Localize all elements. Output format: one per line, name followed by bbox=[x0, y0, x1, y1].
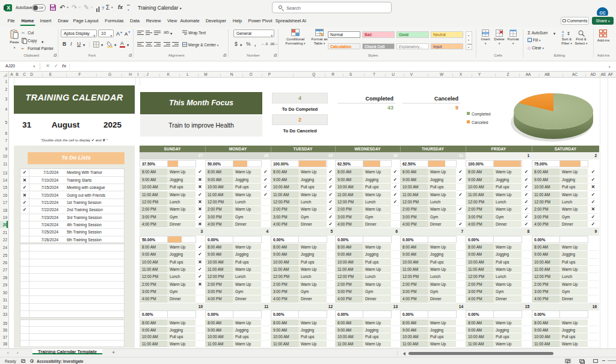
schedule-status-cell[interactable]: ✓ bbox=[588, 214, 599, 221]
schedule-status-cell[interactable] bbox=[391, 221, 399, 228]
todo-date-cell[interactable] bbox=[29, 327, 63, 334]
style-neutral[interactable]: Neutral bbox=[431, 31, 463, 38]
add-sheet-button[interactable]: + bbox=[112, 350, 115, 356]
schedule-status-cell[interactable]: ✓ bbox=[327, 184, 334, 191]
schedule-time-cell[interactable]: 11:00 AM bbox=[205, 341, 233, 348]
schedule-activity-cell[interactable]: Gym bbox=[493, 288, 522, 295]
schedule-time-cell[interactable]: 2:00 PM bbox=[140, 206, 167, 213]
schedule-activity-cell[interactable]: Jogging bbox=[167, 327, 196, 334]
schedule-status-cell[interactable] bbox=[391, 259, 399, 266]
progress-bar-cell[interactable] bbox=[560, 310, 588, 318]
pie-chart[interactable] bbox=[508, 88, 611, 152]
schedule-activity-cell[interactable]: Dinner bbox=[428, 295, 456, 303]
column-header-AB[interactable]: AB bbox=[544, 72, 550, 76]
schedule-activity-cell[interactable]: Pull ups bbox=[363, 184, 391, 191]
schedule-status-cell[interactable]: ✓ bbox=[391, 168, 399, 176]
column-header-N[interactable]: N bbox=[230, 72, 233, 76]
schedule-activity-cell[interactable]: Dinner bbox=[493, 295, 522, 303]
schedule-status-cell[interactable]: ✓ bbox=[261, 191, 270, 199]
schedule-time-cell[interactable]: 10:00 AM bbox=[335, 259, 363, 266]
progress-percent-cell[interactable]: 50.00% bbox=[205, 160, 233, 168]
schedule-status-cell[interactable] bbox=[588, 341, 599, 348]
schedule-activity-cell[interactable]: Jogging bbox=[298, 327, 327, 334]
todo-row[interactable]: ✓7/1/2024Meeting With Trainor bbox=[20, 169, 124, 176]
schedule-activity-cell[interactable]: Warm Up bbox=[233, 191, 261, 199]
schedule-status-cell[interactable] bbox=[456, 327, 465, 334]
schedule-time-cell[interactable]: 9:00 AM bbox=[335, 327, 363, 334]
schedule-time-cell[interactable]: 8:00 AM bbox=[205, 244, 233, 251]
schedule-time-cell[interactable]: 9:00 AM bbox=[400, 251, 428, 258]
schedule-status-cell[interactable]: ✓ bbox=[196, 214, 205, 221]
schedule-time-cell[interactable]: 11:00 AM bbox=[335, 191, 363, 199]
schedule-status-cell[interactable] bbox=[522, 266, 531, 273]
schedule-activity-cell[interactable]: Dinner bbox=[233, 221, 261, 228]
schedule-status-cell[interactable] bbox=[261, 214, 270, 221]
ribbon-tab-power-pivot[interactable]: Power Pivot bbox=[248, 18, 272, 23]
schedule-time-cell[interactable]: 8:00 AM bbox=[532, 244, 559, 251]
schedule-time-cell[interactable]: 9:00 AM bbox=[466, 251, 493, 258]
todo-task-cell[interactable]: Meeting With Trainor bbox=[63, 169, 124, 176]
align-bottom-button[interactable] bbox=[154, 31, 161, 35]
schedule-activity-cell[interactable]: Warm Up bbox=[167, 341, 196, 348]
todo-task-cell[interactable]: 5th Training Session bbox=[63, 229, 124, 236]
column-header-T[interactable]: T bbox=[373, 72, 375, 76]
todo-date-cell[interactable] bbox=[29, 274, 63, 281]
search-input[interactable]: Search bbox=[272, 2, 392, 13]
schedule-activity-cell[interactable]: Dinner bbox=[233, 295, 261, 303]
schedule-status-cell[interactable]: ✓ bbox=[196, 244, 205, 251]
todo-task-cell[interactable] bbox=[63, 259, 124, 267]
schedule-activity-cell[interactable]: Warm Up bbox=[493, 168, 522, 176]
todo-date-cell[interactable] bbox=[29, 259, 63, 267]
progress-bar-cell[interactable] bbox=[299, 160, 327, 168]
clipboard-launcher[interactable] bbox=[54, 54, 57, 57]
schedule-status-cell[interactable] bbox=[391, 273, 399, 280]
schedule-time-cell[interactable]: 3:00 PM bbox=[400, 288, 428, 295]
column-header-AE[interactable]: AE bbox=[601, 72, 606, 76]
progress-percent-cell[interactable]: 62.50% bbox=[335, 160, 363, 168]
schedule-status-cell[interactable] bbox=[261, 281, 270, 288]
fill-button[interactable]: ↓ Fill ▾ bbox=[528, 38, 540, 42]
schedule-time-cell[interactable]: 8:00 AM bbox=[271, 244, 298, 251]
schedule-activity-cell[interactable]: Jogging bbox=[559, 176, 588, 184]
schedule-status-cell[interactable] bbox=[588, 259, 599, 266]
column-header-W[interactable]: W bbox=[440, 72, 443, 76]
schedule-status-cell[interactable] bbox=[261, 206, 270, 213]
calendar-date-cell[interactable]: 13 bbox=[335, 303, 400, 310]
schedule-activity-cell[interactable]: Dinner bbox=[363, 221, 391, 228]
progress-percent-cell[interactable]: 75.00% bbox=[532, 160, 560, 168]
zoom-slider[interactable] bbox=[608, 360, 616, 361]
todo-date-cell[interactable] bbox=[29, 289, 63, 296]
schedule-activity-cell[interactable]: Lunch bbox=[559, 199, 588, 206]
schedule-activity-cell[interactable]: Jogging bbox=[363, 251, 391, 258]
borders-button[interactable] bbox=[93, 42, 99, 48]
schedule-status-cell[interactable] bbox=[522, 244, 531, 251]
schedule-activity-cell[interactable]: Warm Up bbox=[363, 281, 391, 288]
todo-date-cell[interactable] bbox=[29, 334, 63, 341]
calendar-date-cell[interactable]: 30 bbox=[335, 152, 400, 159]
schedule-time-cell[interactable]: 9:00 AM bbox=[271, 327, 298, 334]
schedule-status-cell[interactable] bbox=[456, 273, 465, 280]
schedule-activity-cell[interactable]: Jogging bbox=[233, 251, 261, 258]
schedule-activity-cell[interactable]: Lunch bbox=[559, 273, 588, 280]
styles-gallery-scroll[interactable]: ▴ ▾ ▾ bbox=[466, 31, 472, 50]
row-header-35[interactable]: 35 bbox=[3, 321, 7, 325]
schedule-status-cell[interactable] bbox=[588, 327, 599, 334]
style-input[interactable]: Input bbox=[431, 43, 463, 50]
prev-sheet-button[interactable]: ‹ bbox=[7, 351, 8, 355]
schedule-time-cell[interactable]: 11:00 AM bbox=[271, 191, 298, 199]
row-header-37[interactable]: 37 bbox=[3, 335, 7, 339]
schedule-time-cell[interactable]: 12:00 PM bbox=[205, 199, 233, 206]
todo-date-cell[interactable]: 7/23/2024 bbox=[29, 214, 63, 221]
schedule-status-cell[interactable]: ✓ bbox=[522, 184, 531, 191]
schedule-time-cell[interactable]: 2:00 PM bbox=[532, 206, 559, 213]
todo-date-cell[interactable] bbox=[29, 296, 63, 303]
month-day[interactable]: 31 bbox=[22, 120, 31, 129]
todo-task-cell[interactable]: 3rd Training Session bbox=[63, 214, 124, 221]
schedule-activity-cell[interactable]: Pull ups bbox=[167, 184, 196, 191]
schedule-activity-cell[interactable]: Warm Up bbox=[559, 266, 588, 273]
merge-center-button[interactable]: Merge & Center ▾ bbox=[188, 43, 218, 47]
schedule-time-cell[interactable]: 2:00 PM bbox=[205, 206, 233, 213]
schedule-activity-cell[interactable]: Gym bbox=[167, 288, 196, 295]
schedule-status-cell[interactable]: ✓ bbox=[588, 191, 599, 199]
column-header-V[interactable]: V bbox=[410, 72, 413, 76]
